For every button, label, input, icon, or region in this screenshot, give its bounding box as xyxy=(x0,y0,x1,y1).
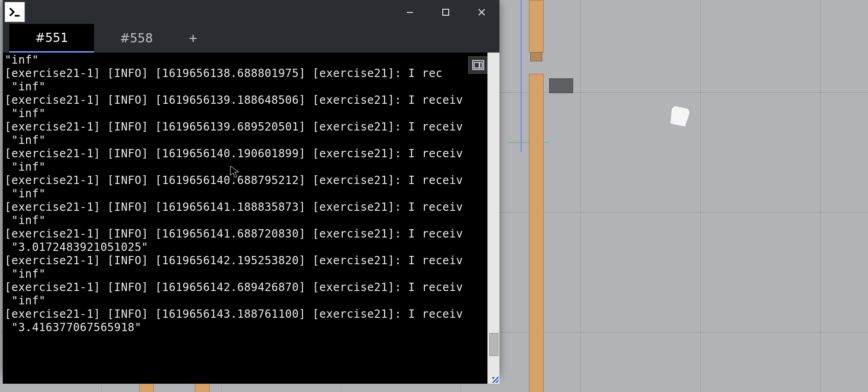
log-line: [exercise21-1] [INFO] [1619656139.188648… xyxy=(5,94,494,107)
minimize-button[interactable] xyxy=(392,0,428,24)
log-line: "inf" xyxy=(5,214,494,227)
tab-bar: #551 #558 + xyxy=(3,24,499,53)
svg-rect-6 xyxy=(480,63,482,68)
scene-robot xyxy=(669,105,690,127)
tab-551[interactable]: #551 xyxy=(9,24,94,53)
log-line: "inf" xyxy=(5,187,494,201)
maximize-button[interactable] xyxy=(428,0,463,24)
log-line: "inf" xyxy=(5,134,494,147)
terminal-window: #551 #558 + "inf"[exercise21-1] [INFO] [… xyxy=(3,0,499,374)
log-line: [exercise21-1] [INFO] [1619656141.688720… xyxy=(5,227,494,241)
log-line: [exercise21-1] [INFO] [1619656139.689520… xyxy=(5,120,494,134)
plus-icon: + xyxy=(189,30,198,47)
resize-grip[interactable] xyxy=(490,374,499,383)
log-line: [exercise21-1] [INFO] [1619656141.188835… xyxy=(5,201,494,214)
tab-label: #558 xyxy=(120,31,152,45)
new-tab-button[interactable]: + xyxy=(179,24,207,53)
log-line: [exercise21-1] [INFO] [1619656138.688801… xyxy=(5,67,494,80)
tab-558[interactable]: #558 xyxy=(94,24,179,53)
log-line: [exercise21-1] [INFO] [1619656142.195253… xyxy=(5,254,494,267)
close-button[interactable] xyxy=(463,0,499,24)
log-line: "3.0172483921051025" xyxy=(5,241,494,254)
svg-rect-1 xyxy=(443,9,449,15)
terminal-output[interactable]: "inf"[exercise21-1] [INFO] [1619656138.6… xyxy=(3,53,499,384)
vertical-scrollbar[interactable]: ▾ xyxy=(487,53,499,384)
panes-icon[interactable] xyxy=(468,56,488,74)
axis-z-line xyxy=(521,0,522,152)
log-line: [exercise21-1] [INFO] [1619656140.190601… xyxy=(5,147,494,160)
tab-label: #551 xyxy=(35,31,68,45)
log-line: [exercise21-1] [INFO] [1619656142.689426… xyxy=(5,281,494,294)
log-line: [exercise21-1] [INFO] [1619656143.188761… xyxy=(5,308,494,321)
svg-rect-5 xyxy=(474,63,479,68)
scrollbar-thumb[interactable] xyxy=(489,333,499,356)
log-line: "inf" xyxy=(5,267,494,281)
log-line: "inf" xyxy=(5,294,494,308)
log-line: "3.416377067565918" xyxy=(5,321,494,334)
scene-pillar xyxy=(529,0,544,53)
terminal-app-icon xyxy=(5,2,25,22)
scene-box xyxy=(549,78,573,93)
log-line: "inf" xyxy=(5,160,494,174)
log-line: "inf" xyxy=(5,53,494,67)
scene-pillar xyxy=(529,74,544,392)
log-line: [exercise21-1] [INFO] [1619656140.688795… xyxy=(5,174,494,187)
log-line: "inf" xyxy=(5,80,494,94)
title-bar[interactable] xyxy=(3,0,499,24)
log-line: "inf" xyxy=(5,107,494,120)
